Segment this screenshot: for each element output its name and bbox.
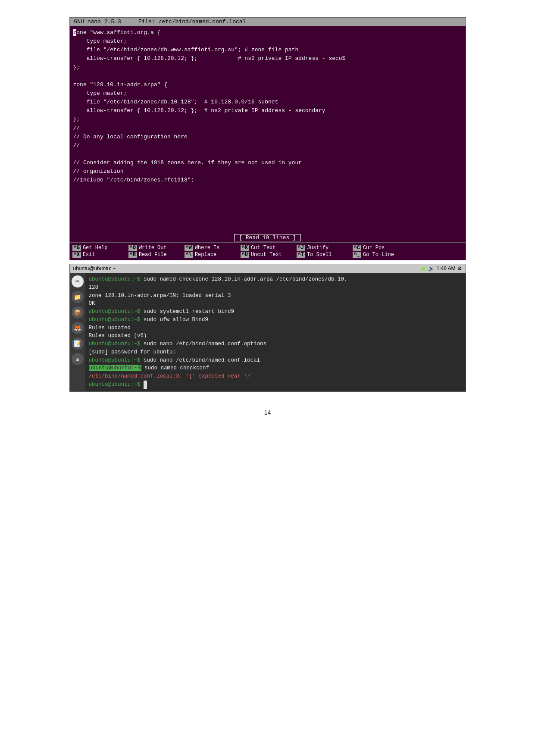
terminal-title: ubuntu@ubuntu: ~ <box>73 266 116 272</box>
terminal-line: Rules updated (v6) <box>89 332 462 340</box>
shortcut-label-write-out: Write Out <box>139 245 167 251</box>
code-line: zone "www.saffioti.org.a { <box>73 28 462 37</box>
shortcut-key-r: ^R <box>128 252 137 258</box>
code-line: allow-transfer { 10.128.20.12; }; # ns2 … <box>73 106 462 115</box>
shortcut-get-help: ^G Get Help <box>72 244 128 251</box>
shortcut-where-is: ^W Where Is <box>185 244 241 251</box>
page-number: 14 <box>264 409 271 416</box>
terminal-line: OK <box>89 300 462 308</box>
code-line: zone "128.10.in-addr.arpa" { <box>73 81 462 89</box>
terminal-titlebar: ubuntu@ubuntu: ~ 🔋 🔊 1:49 AM ⚙ <box>70 264 466 273</box>
terminal-content[interactable]: ubuntu@ubuntu:~$ sudo named-checkzone 12… <box>85 273 466 391</box>
terminal-sidebar: ⌨ 📁 📦 🦊 📝 ⊞ <box>70 273 85 391</box>
nano-content[interactable]: zone "www.saffioti.org.a { type master; … <box>70 26 466 233</box>
sidebar-icon-terminal[interactable]: ⌨ <box>72 275 84 287</box>
shortcut-cut-text: ^K Cut Text <box>241 244 297 251</box>
shortcut-label-to-spell: To Spell <box>307 252 332 258</box>
nano-shortcuts: ^G Get Help ^O Write Out ^W Where Is ^K … <box>70 243 466 260</box>
nano-file-label: File: /etc/bind/named.conf.local <box>138 19 246 25</box>
nano-editor[interactable]: GNU nano 2.5.3 File: /etc/bind/named.con… <box>69 17 466 260</box>
terminal-line: ubuntu@ubuntu:~$ sudo nano /etc/bind/nam… <box>89 340 462 348</box>
code-line: type master; <box>73 37 462 46</box>
terminal-line: [sudo] password for ubuntu: <box>89 348 462 356</box>
code-line: }; <box>73 63 462 72</box>
code-line: }; <box>73 115 462 124</box>
code-line <box>73 150 462 159</box>
terminal-line: /etc/bind/named.conf.local:3: '{' expect… <box>89 372 462 381</box>
sidebar-icon-firefox[interactable]: 🦊 <box>72 322 84 334</box>
shortcut-label-where-is: Where Is <box>195 245 220 251</box>
settings-icon: ⚙ <box>457 266 462 272</box>
nano-status-bar: [ Read 19 lines ] <box>70 233 466 243</box>
nano-app-name: GNU nano 2.5.3 <box>74 19 121 25</box>
shortcut-exit: ^X Exit <box>72 251 128 258</box>
shortcut-key-o: ^O <box>128 245 137 251</box>
shortcut-go-to-line: ^_ Go To Line <box>353 251 409 258</box>
sidebar-icon-app[interactable]: 📦 <box>72 306 84 319</box>
shortcut-key-underscore: ^_ <box>353 252 361 258</box>
terminal-line: ubuntu@ubuntu:~$ <box>89 381 462 389</box>
terminal-body: ⌨ 📁 📦 🦊 📝 ⊞ ubuntu@ubuntu:~$ sudo named-… <box>70 273 466 391</box>
shortcut-label-replace: Replace <box>195 252 216 258</box>
code-line: type master; <box>73 89 462 98</box>
code-line: // <box>73 141 462 150</box>
shortcut-label-read-file: Read File <box>139 252 167 258</box>
code-line: // <box>73 124 462 133</box>
shortcut-label-cur-pos: Cur Pos <box>363 245 385 251</box>
code-line: // Consider adding the 1918 zones here, … <box>73 159 462 167</box>
shortcut-write-out: ^O Write Out <box>128 244 185 251</box>
nano-header: GNU nano 2.5.3 File: /etc/bind/named.con… <box>70 18 466 26</box>
shortcut-key-w: ^W <box>185 245 193 251</box>
shortcut-key-u: ^U <box>241 252 249 258</box>
terminal-titlebar-left: ubuntu@ubuntu: ~ <box>73 266 116 272</box>
shortcut-justify: ^J Justify <box>297 244 353 251</box>
terminal-line: ubuntu@ubuntu:~$ sudo named-checkzone 12… <box>89 275 462 284</box>
shortcut-read-file: ^R Read File <box>128 251 185 258</box>
shortcut-label-justify: Justify <box>307 245 329 251</box>
terminal-line: ubuntu@ubuntu:~$ sudo systemctl restart … <box>89 308 462 316</box>
shortcut-key-k: ^K <box>241 245 249 251</box>
shortcut-replace: ^\ Replace <box>185 251 241 258</box>
shortcut-key-backslash: ^\ <box>185 252 193 258</box>
shortcut-row-2: ^X Exit ^R Read File ^\ Replace ^U Uncut… <box>72 251 463 258</box>
code-line: allow-transfer { 10.128.20.12; }; # ns2 … <box>73 54 462 63</box>
shortcut-cur-pos: ^C Cur Pos <box>353 244 409 251</box>
terminal-status-icons: 🔋 🔊 1:49 AM ⚙ <box>420 266 462 272</box>
shortcut-label-uncut-text: Uncut Text <box>251 252 282 258</box>
shortcut-uncut-text: ^U Uncut Text <box>241 251 297 258</box>
terminal-line: ubuntu@ubuntu:~$ sudo ufw allow Bind9 <box>89 316 462 324</box>
sidebar-icon-text[interactable]: 📝 <box>72 337 84 350</box>
shortcut-key-g: ^G <box>72 245 81 251</box>
nano-status-text: [ Read 19 lines ] <box>234 234 301 241</box>
terminal-line: ubuntu@ubuntu:~$ sudo nano /etc/bind/nam… <box>89 356 462 365</box>
shortcut-label-go-to-line: Go To Line <box>363 252 394 258</box>
shortcut-key-j: ^J <box>297 245 305 251</box>
terminal-line: ubuntu@ubuntu:~$ sudo named-checkconf <box>89 364 462 372</box>
network-icon: 🔋 <box>420 266 426 272</box>
shortcut-key-c: ^C <box>353 245 361 251</box>
code-line: // organization <box>73 167 462 176</box>
sound-icon: 🔊 <box>428 266 435 272</box>
code-line <box>73 72 462 81</box>
terminal-line: Rules updated <box>89 324 462 332</box>
code-line: //include "/etc/bind/zones.rfc1918"; <box>73 176 462 184</box>
shortcut-label-get-help: Get Help <box>83 245 108 251</box>
sidebar-icon-folder[interactable]: 📁 <box>72 291 84 303</box>
terminal-line: zone 128.10.in-addr.arpa/IN: loaded seri… <box>89 292 462 300</box>
shortcut-label-exit: Exit <box>83 252 95 258</box>
code-line: file "/etc/bind/zones/db.10.128"; # 10.1… <box>73 98 462 106</box>
code-line: // Do any local configuration here <box>73 133 462 141</box>
sidebar-icon-grid[interactable]: ⊞ <box>72 353 84 365</box>
shortcut-label-cut-text: Cut Text <box>251 245 276 251</box>
shortcut-to-spell: ^T To Spell <box>297 251 353 258</box>
terminal-window[interactable]: ubuntu@ubuntu: ~ 🔋 🔊 1:49 AM ⚙ ⌨ 📁 📦 🦊 📝… <box>69 264 466 392</box>
shortcut-row-1: ^G Get Help ^O Write Out ^W Where Is ^K … <box>72 244 463 251</box>
time-display: 1:49 AM <box>436 266 455 272</box>
code-line: file "/etc/bind/zones/db.www.saffioti.or… <box>73 46 462 54</box>
shortcut-key-x: ^X <box>72 252 81 258</box>
terminal-line: 128 <box>89 284 462 292</box>
shortcut-key-t: ^T <box>297 252 305 258</box>
